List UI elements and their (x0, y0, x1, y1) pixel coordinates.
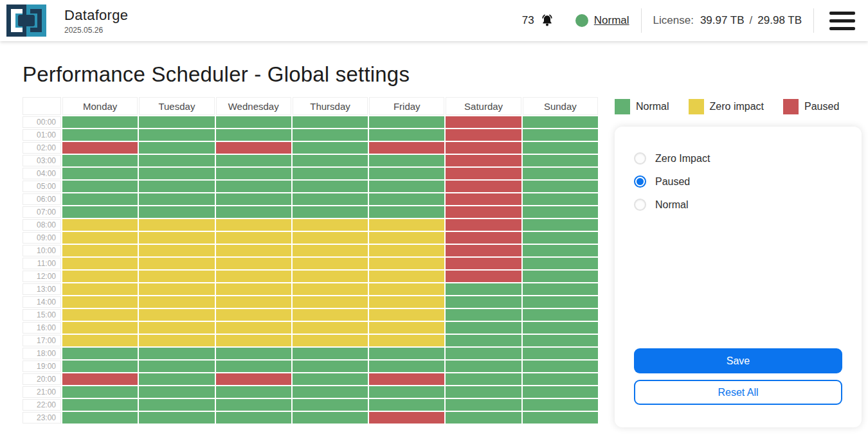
schedule-cell[interactable] (139, 258, 214, 269)
schedule-cell[interactable] (369, 245, 444, 256)
schedule-cell[interactable] (523, 142, 598, 154)
schedule-cell[interactable] (446, 399, 521, 411)
schedule-cell[interactable] (62, 271, 138, 282)
schedule-cell[interactable] (293, 335, 368, 346)
schedule-cell[interactable] (293, 348, 368, 359)
schedule-cell[interactable] (62, 322, 138, 334)
schedule-cell[interactable] (446, 348, 521, 359)
schedule-cell[interactable] (139, 232, 214, 244)
schedule-cell[interactable] (369, 309, 444, 321)
schedule-cell[interactable] (523, 386, 598, 398)
schedule-cell[interactable] (216, 322, 291, 334)
schedule-cell[interactable] (523, 116, 598, 128)
radio-option-normal[interactable]: Normal (634, 199, 842, 211)
schedule-cell[interactable] (293, 219, 368, 231)
radio-option-paused[interactable]: Paused (634, 175, 842, 188)
schedule-cell[interactable] (62, 373, 138, 385)
schedule-cell[interactable] (523, 193, 598, 205)
schedule-cell[interactable] (369, 219, 444, 231)
schedule-cell[interactable] (446, 283, 521, 295)
schedule-cell[interactable] (446, 129, 521, 141)
schedule-cell[interactable] (369, 155, 444, 166)
schedule-cell[interactable] (139, 322, 214, 334)
schedule-cell[interactable] (293, 296, 368, 308)
schedule-cell[interactable] (523, 232, 598, 244)
schedule-cell[interactable] (216, 142, 291, 154)
schedule-cell[interactable] (62, 258, 138, 269)
schedule-cell[interactable] (139, 116, 214, 128)
schedule-cell[interactable] (139, 181, 214, 192)
schedule-cell[interactable] (216, 232, 291, 244)
schedule-cell[interactable] (523, 283, 598, 295)
schedule-cell[interactable] (293, 245, 368, 256)
schedule-cell[interactable] (446, 361, 521, 372)
schedule-cell[interactable] (139, 206, 214, 218)
schedule-cell[interactable] (139, 193, 214, 205)
schedule-cell[interactable] (62, 206, 138, 218)
schedule-cell[interactable] (216, 335, 291, 346)
schedule-cell[interactable] (369, 373, 444, 385)
schedule-cell[interactable] (293, 309, 368, 321)
schedule-cell[interactable] (523, 271, 598, 282)
schedule-cell[interactable] (216, 219, 291, 231)
schedule-cell[interactable] (446, 232, 521, 244)
radio-unselected-icon[interactable] (634, 199, 646, 211)
schedule-cell[interactable] (62, 219, 138, 231)
schedule-cell[interactable] (523, 245, 598, 256)
schedule-cell[interactable] (523, 348, 598, 359)
schedule-cell[interactable] (139, 348, 214, 359)
schedule-cell[interactable] (139, 245, 214, 256)
schedule-cell[interactable] (216, 399, 291, 411)
schedule-cell[interactable] (216, 129, 291, 141)
schedule-cell[interactable] (62, 361, 138, 372)
schedule-cell[interactable] (139, 168, 214, 179)
schedule-cell[interactable] (369, 283, 444, 295)
schedule-cell[interactable] (293, 399, 368, 411)
schedule-cell[interactable] (369, 348, 444, 359)
schedule-cell[interactable] (216, 206, 291, 218)
schedule-cell[interactable] (446, 116, 521, 128)
schedule-cell[interactable] (446, 142, 521, 154)
schedule-cell[interactable] (216, 181, 291, 192)
schedule-cell[interactable] (446, 412, 521, 424)
schedule-cell[interactable] (293, 155, 368, 166)
schedule-cell[interactable] (62, 193, 138, 205)
schedule-cell[interactable] (216, 258, 291, 269)
radio-selected-icon[interactable] (634, 175, 646, 188)
schedule-cell[interactable] (369, 193, 444, 205)
schedule-cell[interactable] (369, 399, 444, 411)
schedule-cell[interactable] (216, 361, 291, 372)
schedule-cell[interactable] (369, 386, 444, 398)
schedule-cell[interactable] (139, 309, 214, 321)
schedule-cell[interactable] (216, 168, 291, 179)
schedule-cell[interactable] (369, 271, 444, 282)
schedule-cell[interactable] (369, 232, 444, 244)
schedule-cell[interactable] (216, 155, 291, 166)
schedule-cell[interactable] (369, 206, 444, 218)
schedule-cell[interactable] (293, 322, 368, 334)
schedule-cell[interactable] (446, 373, 521, 385)
schedule-cell[interactable] (139, 373, 214, 385)
schedule-cell[interactable] (216, 245, 291, 256)
reset-all-button[interactable]: Reset All (634, 380, 842, 405)
schedule-cell[interactable] (523, 168, 598, 179)
schedule-cell[interactable] (216, 386, 291, 398)
schedule-cell[interactable] (523, 296, 598, 308)
schedule-cell[interactable] (523, 206, 598, 218)
schedule-cell[interactable] (446, 309, 521, 321)
schedule-cell[interactable] (369, 296, 444, 308)
schedule-cell[interactable] (216, 193, 291, 205)
schedule-cell[interactable] (446, 245, 521, 256)
schedule-cell[interactable] (293, 129, 368, 141)
schedule-cell[interactable] (523, 335, 598, 346)
schedule-cell[interactable] (62, 296, 138, 308)
schedule-cell[interactable] (293, 142, 368, 154)
schedule-cell[interactable] (62, 386, 138, 398)
radio-option-zero-impact[interactable]: Zero Impact (634, 152, 842, 165)
radio-unselected-icon[interactable] (634, 152, 646, 165)
schedule-cell[interactable] (446, 386, 521, 398)
schedule-cell[interactable] (139, 412, 214, 424)
schedule-cell[interactable] (446, 193, 521, 205)
schedule-cell[interactable] (369, 258, 444, 269)
schedule-cell[interactable] (523, 181, 598, 192)
